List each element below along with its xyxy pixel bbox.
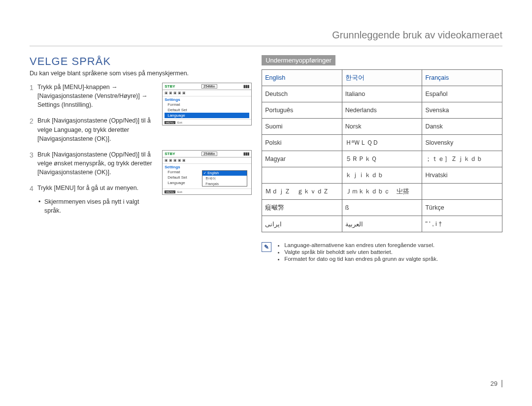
- language-cell: ＨªＷＬＱＤ: [342, 135, 422, 151]
- note-icon: ✎: [262, 242, 271, 252]
- language-table: English한국어FrançaisDeutschItalianoEspañol…: [262, 69, 502, 232]
- language-cell: ＭｄｊＺ ｇｋｖｄＺ: [262, 184, 342, 200]
- language-cell: [422, 184, 502, 200]
- osd-screenshot-2: STBY 254Min ▮▮▮ ▣ ▣ ▣ ▣ ▣ Settings ✓ Eng…: [162, 150, 252, 195]
- language-cell: Polski: [262, 135, 342, 151]
- page-number: 29: [491, 380, 502, 387]
- osd-stby: STBY: [165, 84, 175, 89]
- osd-item: Format: [165, 102, 249, 107]
- step-text: Trykk [MENU] for å gå ut av menyen.: [37, 185, 138, 191]
- language-cell: Suomi: [262, 119, 342, 135]
- language-cell: " ' , i †: [422, 216, 502, 232]
- language-cell: Hrvatski: [422, 167, 502, 184]
- step-number: 1: [30, 83, 37, 109]
- section-intro: Du kan velge blant språkene som vises på…: [30, 70, 252, 77]
- step-text: Trykk på [MENU]-knappen → [Navigasjonsta…: [37, 83, 157, 109]
- language-cell: Italiano: [342, 86, 422, 102]
- osd-icon-row: ▣ ▣ ▣ ▣ ▣: [163, 157, 251, 164]
- step-bullet: Skjermmenyen vises på nytt i valgt språk…: [37, 197, 157, 215]
- language-cell: Norsk: [342, 119, 422, 135]
- osd-time: 254Min: [201, 84, 217, 89]
- osd-item: Default Set: [165, 107, 249, 113]
- osd-exit: MENUExit: [163, 188, 251, 194]
- step-number: 4: [30, 184, 37, 215]
- language-cell: ß: [342, 200, 422, 216]
- language-cell: 한국어: [342, 70, 422, 86]
- language-cell: Español: [422, 86, 502, 102]
- battery-icon: ▮▮▮: [243, 152, 249, 156]
- osd-sub-option: 한국어: [202, 176, 247, 182]
- language-cell: Nederlands: [342, 102, 422, 119]
- osd-settings-label: Settings: [165, 165, 249, 169]
- osd-icon-row: ▣ ▣ ▣ ▣ ▣: [163, 90, 251, 96]
- osd-sub-option: Français: [202, 182, 247, 186]
- language-cell: ；ｔｅ］Ｚｊｋｄｂ: [422, 151, 502, 167]
- breadcrumb: Grunnleggende bruk av videokameraet: [30, 30, 502, 46]
- language-cell: العربية: [342, 216, 422, 232]
- language-cell: Português: [262, 102, 342, 119]
- language-cell: Slovensky: [422, 135, 502, 151]
- note-item: Formatet for dato og tid kan endres på g…: [284, 256, 438, 262]
- step-text: Bruk [Navigasjonstastene (Opp/Ned)] til …: [37, 116, 157, 143]
- step-number: 3: [30, 150, 37, 177]
- language-cell: 㿅㗞㢣: [262, 200, 342, 216]
- osd-exit: MENUExit: [163, 119, 251, 125]
- language-cell: Deutsch: [262, 86, 342, 102]
- language-cell: Türkçe: [422, 200, 502, 216]
- language-cell: ایرانی: [262, 216, 342, 232]
- language-cell: Ｊｍｋｋｄｂｃ 㞢搭: [342, 184, 422, 200]
- language-cell: Dansk: [422, 119, 502, 135]
- battery-icon: ▮▮▮: [243, 84, 249, 89]
- osd-screenshot-1: STBY 254Min ▮▮▮ ▣ ▣ ▣ ▣ ▣ Settings Forma…: [162, 83, 252, 125]
- osd-settings-label: Settings: [165, 97, 249, 102]
- step-number: 2: [30, 116, 37, 143]
- language-cell: English: [262, 70, 342, 86]
- osd-sub-selected: ✓ English: [202, 171, 247, 176]
- osd-time: 254Min: [201, 152, 217, 156]
- osd-submenu: ✓ English 한국어 Français: [202, 170, 247, 187]
- osd-stby: STBY: [165, 152, 175, 156]
- note-item: Language-alternativene kan endres uten f…: [284, 242, 438, 248]
- language-cell: Magyar: [262, 151, 342, 167]
- submenu-chip: Undermenyoppføringer: [262, 55, 335, 65]
- step-text: Bruk [Navigasjonstastene (Opp/Ned)] til …: [37, 150, 157, 177]
- notes-list: Language-alternativene kan endres uten f…: [276, 242, 438, 263]
- language-cell: Svenska: [422, 102, 502, 119]
- language-cell: [262, 167, 342, 184]
- note-item: Valgte språk blir beholdt selv uten batt…: [284, 249, 438, 255]
- language-cell: ｋｊｉｋｄｂ: [342, 167, 422, 184]
- osd-item-selected: Language: [165, 113, 249, 118]
- language-cell: Français: [422, 70, 502, 86]
- section-title: VELGE SPRÅK: [30, 55, 252, 68]
- language-cell: ５ＲＰｋＱ: [342, 151, 422, 167]
